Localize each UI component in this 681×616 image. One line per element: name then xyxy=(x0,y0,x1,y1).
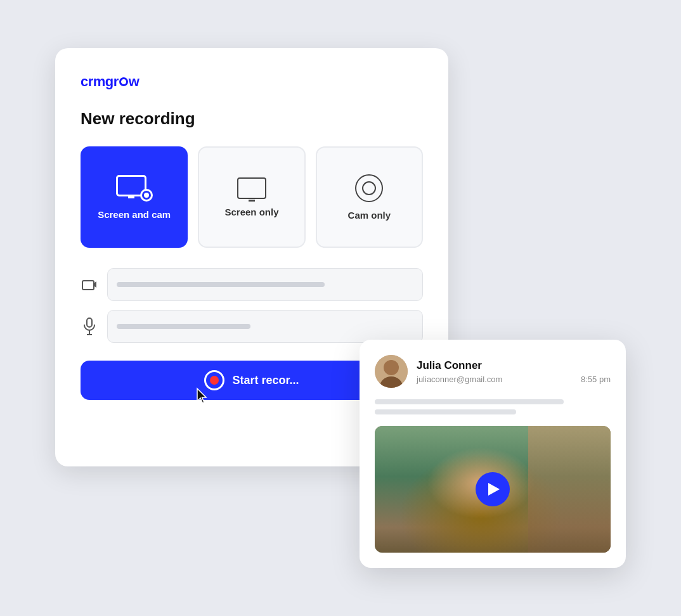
mode-label-screen-only: Screen only xyxy=(224,207,278,217)
microphone-select[interactable] xyxy=(107,310,423,343)
camera-select-bar xyxy=(117,282,325,287)
notification-content-bars xyxy=(375,399,611,414)
svg-point-6 xyxy=(384,360,399,375)
notification-header: Julia Conner juliaconner@gmail.com 8:55 … xyxy=(375,355,611,388)
content-bar-2 xyxy=(375,409,516,414)
microphone-select-bar xyxy=(117,324,250,329)
cursor-icon xyxy=(195,387,210,405)
page-title: New recording xyxy=(81,109,423,129)
mode-label-cam-only: Cam only xyxy=(348,210,391,221)
notification-user-info: Julia Conner juliaconner@gmail.com 8:55 … xyxy=(417,359,611,384)
record-dot xyxy=(210,376,219,385)
start-recording-label: Start recor... xyxy=(232,374,299,387)
mode-card-screen-only[interactable]: Screen only xyxy=(198,146,305,248)
mode-label-screen-cam: Screen and cam xyxy=(98,209,171,220)
svg-rect-2 xyxy=(87,318,92,327)
logo: crmgrw xyxy=(81,74,423,90)
mode-card-cam-only[interactable]: Cam only xyxy=(316,146,423,248)
play-button[interactable] xyxy=(476,472,510,506)
screen-only-icon xyxy=(237,177,266,199)
notification-time: 8:55 pm xyxy=(581,375,611,384)
microphone-icon xyxy=(81,318,98,335)
logo-text: crmgrw xyxy=(81,74,139,90)
camera-device-row xyxy=(81,268,423,301)
video-overlay xyxy=(375,426,611,553)
notification-card: Julia Conner juliaconner@gmail.com 8:55 … xyxy=(360,340,626,568)
cam-only-icon xyxy=(355,174,383,202)
camera-icon xyxy=(81,276,98,293)
cam-circle-shape xyxy=(140,189,153,202)
mode-card-screen-cam[interactable]: Screen and cam xyxy=(81,146,188,248)
email-time-row: juliaconner@gmail.com 8:55 pm xyxy=(417,375,611,384)
avatar-image xyxy=(375,355,408,388)
video-thumbnail[interactable] xyxy=(375,426,611,553)
mode-cards-container: Screen and cam Screen only Cam only xyxy=(81,146,423,248)
avatar xyxy=(375,355,408,388)
screen-cam-icon xyxy=(116,175,153,202)
user-email: juliaconner@gmail.com xyxy=(417,375,502,384)
device-rows xyxy=(81,268,423,343)
play-triangle-icon xyxy=(488,483,500,496)
svg-rect-0 xyxy=(82,281,94,290)
user-name: Julia Conner xyxy=(417,359,611,372)
camera-select[interactable] xyxy=(107,268,423,301)
scene: crmgrw New recording Screen and cam Scre… xyxy=(55,48,626,568)
content-bar-1 xyxy=(375,399,564,404)
logo-o-icon xyxy=(119,77,128,86)
microphone-device-row xyxy=(81,310,423,343)
